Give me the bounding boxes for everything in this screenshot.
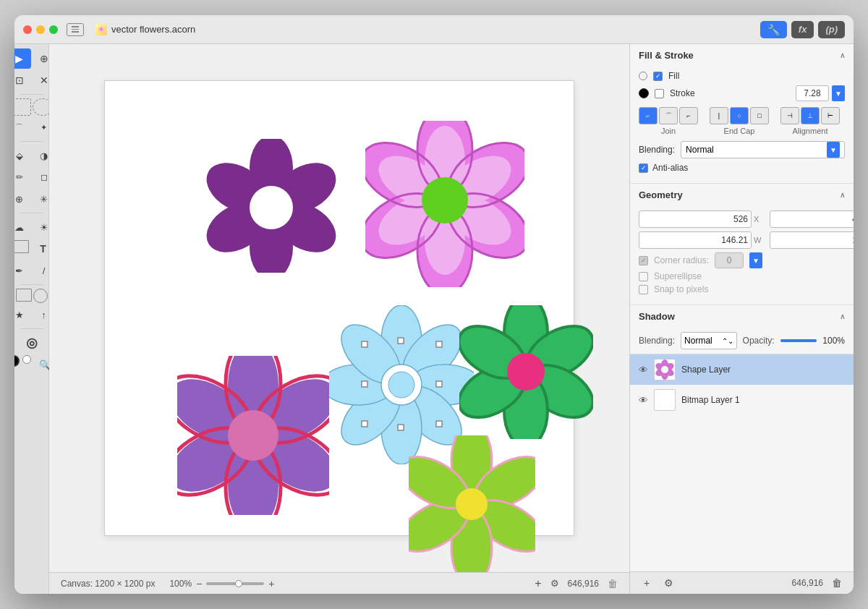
fx-button[interactable]: fx [791, 21, 814, 38]
zoom-slider[interactable] [206, 582, 264, 585]
align-inside-button[interactable]: ⊣ [780, 107, 799, 124]
geometry-section: Geometry ∧ X Y [630, 184, 854, 305]
zoom-in-button[interactable]: + [268, 578, 274, 589]
antialias-row: ✓ Anti-alias [639, 163, 845, 173]
p-button[interactable]: (p) [818, 21, 845, 38]
join-buttons: ⌐ ⌒ ⌐ [639, 107, 698, 124]
align-outside-button[interactable]: ⊢ [821, 107, 840, 124]
w-input[interactable] [639, 231, 752, 249]
shadow-blending-select[interactable]: Normal ⌃⌄ [681, 332, 737, 349]
main-window: 🌸 vector flowers.acorn 🔧 fx (p) ▶ ⊕ ⊡ ✕ [14, 15, 854, 594]
corner-radius-checkbox[interactable]: ✓ [639, 256, 648, 265]
rectangle-tool[interactable] [14, 240, 29, 253]
close-button[interactable] [23, 25, 32, 34]
blending-select[interactable]: Normal ▼ [681, 141, 845, 158]
paint-bucket-tool[interactable]: ⬙ [14, 145, 31, 166]
filename-label: vector flowers.acorn [111, 24, 195, 35]
join-miter-button[interactable]: ⌐ [639, 107, 658, 124]
add-layer-button[interactable]: + [535, 577, 541, 590]
endcap-group: | ○ □ End Cap [710, 107, 769, 135]
color-btn-2[interactable] [22, 355, 31, 364]
x-input[interactable] [639, 210, 752, 228]
snap-to-pixels-checkbox[interactable] [639, 285, 648, 294]
geometry-header: Geometry ∧ [630, 184, 854, 206]
shadow-collapse[interactable]: ∧ [840, 312, 845, 320]
layer-row-bitmap[interactable]: 👁 Bitmap Layer 1 [630, 385, 854, 415]
select-tool[interactable]: ▶ [14, 48, 31, 69]
coordinates-label: 646,916 [568, 579, 599, 589]
snap-to-pixels-row: Snap to pixels [639, 284, 845, 294]
fill-stroke-collapse[interactable]: ∧ [840, 51, 845, 59]
ring-tool[interactable]: ◎ [20, 333, 43, 353]
y-input[interactable] [770, 210, 854, 228]
stroke-arrow-button[interactable]: ▼ [832, 85, 845, 101]
shape-rect-tool[interactable] [16, 289, 32, 302]
flower-green [459, 305, 593, 439]
cloud-tool[interactable]: ☁ [14, 217, 31, 237]
canvas-wrapper [49, 44, 629, 572]
endcap-square-button[interactable]: □ [750, 107, 769, 124]
svg-rect-43 [362, 421, 367, 427]
shadow-section: Shadow ∧ Blending: Normal ⌃⌄ Opacity: 10… [630, 305, 854, 354]
alignment-label: Alignment [793, 127, 828, 135]
svg-point-6 [250, 186, 293, 229]
layer-row-shape[interactable]: 👁 Shape Layer [630, 354, 854, 385]
corner-radius-arrow[interactable]: ▼ [749, 252, 762, 268]
h-input[interactable] [770, 231, 854, 249]
minimize-button[interactable] [36, 25, 45, 34]
pen-tool[interactable]: ✒ [14, 260, 31, 281]
canvas[interactable] [104, 80, 574, 536]
blending-value: Normal [686, 145, 714, 155]
toolbar-right: 🔧 fx (p) [760, 21, 845, 38]
shape-circle-tool[interactable] [33, 289, 48, 303]
antialias-checkbox[interactable]: ✓ [639, 163, 648, 173]
maximize-button[interactable] [49, 25, 58, 34]
layer-eye-bitmap[interactable]: 👁 [639, 395, 648, 406]
join-bevel-button[interactable]: ⌐ [679, 107, 698, 124]
settings-button[interactable]: ⚙ [550, 578, 559, 589]
add-bottom-button[interactable]: + [639, 575, 655, 591]
endcap-round-button[interactable]: ○ [730, 107, 749, 124]
alignment-buttons: ⊣ ⊥ ⊢ [780, 107, 840, 124]
fill-stroke-content: ✓ Fill Stroke 7.28 ▼ [630, 67, 854, 183]
lasso-tool[interactable]: ⌒ [14, 117, 31, 137]
gear-bottom-button[interactable]: ⚙ [660, 575, 676, 591]
geometry-title: Geometry [639, 189, 683, 200]
brush-tool[interactable]: ✏ [14, 167, 31, 187]
stamp-tool[interactable]: ⊕ [14, 189, 31, 209]
join-round-button[interactable]: ⌒ [659, 107, 678, 124]
svg-point-65 [228, 410, 278, 461]
tools-panel-button[interactable]: 🔧 [760, 21, 787, 38]
zoom-out-button[interactable]: − [196, 578, 202, 589]
stroke-checkbox[interactable] [655, 89, 664, 98]
title-filename: 🌸 vector flowers.acorn [95, 24, 195, 35]
flower-green-yellow [409, 435, 535, 572]
y-input-group: Y [770, 210, 854, 228]
layer-eye-shape[interactable]: 👁 [639, 365, 648, 375]
flower-purple-pink [177, 356, 329, 515]
crop-tool[interactable]: ⊡ [14, 70, 31, 90]
trash-bottom-button[interactable]: 🗑 [829, 575, 845, 591]
svg-point-79 [661, 366, 668, 373]
corner-radius-input[interactable] [715, 252, 744, 268]
geometry-collapse[interactable]: ∧ [840, 191, 845, 199]
fill-checkbox[interactable]: ✓ [653, 72, 663, 81]
fill-radio[interactable] [639, 72, 647, 80]
blending-arrow[interactable]: ▼ [827, 142, 840, 158]
canvas-area: Canvas: 1200 × 1200 px 100% − + + ⚙ 646,… [49, 44, 629, 594]
stroke-color-swatch[interactable] [639, 88, 649, 98]
snap-to-pixels-label: Snap to pixels [654, 284, 708, 294]
trash-button[interactable]: 🗑 [608, 578, 618, 589]
align-center-button[interactable]: ⊥ [801, 107, 820, 124]
antialias-label: Anti-alias [652, 163, 688, 173]
superellipse-checkbox[interactable] [639, 272, 648, 281]
shadow-blending-value: Normal [684, 336, 712, 346]
rect-select-tool[interactable] [14, 98, 31, 116]
endcap-butt-button[interactable]: | [710, 107, 728, 124]
opacity-slider[interactable] [780, 339, 817, 342]
star-tool[interactable]: ★ [14, 304, 31, 325]
color-btn-1[interactable] [14, 355, 20, 367]
sidebar-toggle-button[interactable] [67, 23, 84, 36]
svg-rect-42 [436, 381, 442, 387]
stroke-value-input[interactable]: 7.28 [796, 85, 829, 101]
